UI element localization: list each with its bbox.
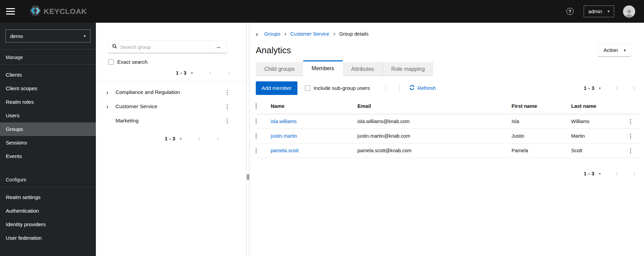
splitter-grip-icon (247, 174, 249, 180)
keycloak-logo[interactable]: KEYCLOAK (29, 4, 87, 18)
panel-splitter[interactable] (246, 23, 249, 256)
breadcrumb-link-groups[interactable]: Groups (264, 31, 281, 37)
group-tree-list: › Compliance and Regulation ⋮ › Customer… (96, 81, 246, 128)
member-name-link[interactable]: justin.martin (271, 133, 297, 139)
kebab-menu-icon[interactable]: ⋮ (224, 90, 230, 95)
add-member-button[interactable]: Add member (256, 81, 297, 95)
pagination-range: 1 - 3 (584, 85, 595, 91)
column-header-name: Name (271, 98, 357, 114)
members-toolbar: Add member Include sub-group users ⋮ Ref… (256, 80, 640, 96)
tab-attributes[interactable]: Attributes (343, 62, 383, 76)
sidebar-item-client-scopes[interactable]: Client scopes (0, 82, 96, 95)
tab-members[interactable]: Members (303, 60, 343, 77)
chevron-right-icon[interactable]: › (633, 86, 636, 91)
member-first-name: Pamela (512, 143, 571, 158)
chevron-right-icon[interactable]: › (106, 104, 116, 110)
tree-item-compliance-and-regulation: › Compliance and Regulation ⋮ (96, 85, 246, 99)
kebab-menu-icon[interactable]: ⋮ (224, 118, 230, 124)
member-name-link[interactable]: pamela.scott (271, 148, 298, 153)
tab-child-groups[interactable]: Child groups (256, 62, 303, 76)
include-subgroup-checkbox[interactable] (305, 85, 310, 91)
user-menu-label: admin (588, 8, 602, 14)
sidebar-item-events[interactable]: Events (0, 150, 96, 163)
member-last-name: Scott (571, 143, 624, 158)
page-title: Analytics (256, 45, 291, 56)
sidebar-item-groups[interactable]: Groups (0, 122, 96, 136)
member-email: isla.williams@knab.com (357, 114, 512, 129)
breadcrumb-current: Group details (339, 31, 368, 37)
tree-item-label[interactable]: Compliance and Regulation (116, 89, 224, 95)
help-icon[interactable]: ? (566, 8, 574, 15)
caret-down-icon: ▾ (607, 9, 609, 14)
angle-left-icon[interactable]: ‹ (256, 32, 258, 36)
breadcrumb: ‹ Groups › Customer Service › Group deta… (256, 31, 640, 37)
breadcrumb-separator: › (333, 32, 335, 36)
chevron-right-icon[interactable]: › (228, 71, 230, 75)
exact-search-label: Exact search (117, 59, 148, 65)
tree-item-label[interactable]: Customer Service (116, 103, 224, 110)
chevron-left-icon[interactable]: ‹ (616, 171, 618, 176)
sidebar-item-user-federation[interactable]: User federation (0, 231, 96, 245)
chevron-left-icon[interactable]: ‹ (198, 136, 200, 141)
kebab-menu-icon[interactable]: ⋮ (628, 147, 633, 154)
group-details-main: ‹ Groups › Customer Service › Group deta… (249, 23, 644, 256)
realm-selector[interactable]: demo ▾ (5, 29, 90, 42)
user-avatar[interactable] (623, 5, 635, 18)
divider (399, 83, 400, 93)
refresh-button[interactable]: Refresh (409, 85, 436, 92)
member-name-link[interactable]: isla.williams (271, 119, 297, 124)
breadcrumb-link-customer-service[interactable]: Customer Service (290, 31, 329, 37)
sidebar-item-identity-providers[interactable]: Identity providers (0, 218, 96, 231)
sidebar-item-authentication[interactable]: Authentication (0, 204, 96, 218)
tree-item-customer-service: › Customer Service ⋮ (96, 99, 246, 114)
action-dropdown-label: Action (603, 47, 618, 53)
chevron-right-icon[interactable]: › (217, 136, 219, 141)
kebab-menu-icon[interactable]: ⋮ (628, 133, 633, 139)
kebab-menu-icon[interactable]: ⋮ (628, 118, 633, 125)
search-submit-button[interactable]: → (210, 40, 227, 53)
refresh-icon (409, 85, 415, 92)
tree-item-label[interactable]: Marketing (116, 118, 224, 124)
nav-section-configure: Configure (0, 172, 96, 187)
tab-role-mapping[interactable]: Role mapping (382, 62, 433, 76)
sidebar-item-sessions[interactable]: Sessions (0, 136, 96, 150)
column-header-first-name: First name (512, 98, 571, 114)
select-all-checkbox[interactable] (256, 103, 256, 109)
members-pagination-top: 1 - 3 ▾ ‹ › (584, 85, 636, 91)
group-search-box (108, 40, 210, 53)
caret-down-icon[interactable]: ▾ (599, 172, 601, 176)
members-pagination-bottom: 1 - 3 ▾ ‹ › (256, 171, 636, 176)
chevron-left-icon[interactable]: ‹ (616, 86, 618, 91)
include-subgroup-label: Include sub-group users (314, 85, 370, 91)
nav-section-manage: Manage (0, 50, 96, 64)
chevron-right-icon[interactable]: › (633, 171, 636, 176)
caret-down-icon[interactable]: ▾ (191, 71, 193, 75)
action-dropdown-button[interactable]: Action ▾ (598, 44, 631, 57)
table-row: justin.martin justin.martin@knab.com Jus… (256, 129, 640, 143)
menu-icon[interactable] (6, 8, 15, 15)
group-tree-panel: → Exact search 1 - 3 ▾ ‹ › › Compliance … (96, 23, 246, 256)
row-checkbox[interactable] (256, 118, 256, 124)
table-header-row: Name Email First name Last name (256, 98, 640, 114)
caret-down-icon[interactable]: ▾ (599, 86, 601, 91)
sidebar-item-users[interactable]: Users (0, 109, 96, 122)
user-menu-dropdown[interactable]: admin ▾ (584, 5, 614, 17)
tree-pagination-top: 1 - 3 ▾ ‹ › (96, 70, 246, 76)
kebab-menu-icon[interactable]: ⋮ (383, 85, 389, 92)
breadcrumb-separator: › (285, 32, 286, 36)
row-checkbox[interactable] (256, 147, 256, 154)
caret-down-icon[interactable]: ▾ (180, 137, 182, 141)
row-checkbox[interactable] (256, 133, 256, 139)
sidebar-item-realm-roles[interactable]: Realm roles (0, 95, 96, 109)
kebab-menu-icon[interactable]: ⋮ (224, 104, 230, 110)
exact-search-checkbox[interactable] (108, 59, 114, 65)
chevron-right-icon[interactable]: › (106, 90, 116, 95)
chevron-left-icon[interactable]: ‹ (209, 71, 211, 75)
table-row: isla.williams isla.williams@knab.com Isl… (256, 114, 640, 129)
caret-down-icon: ▾ (84, 34, 86, 38)
tree-item-marketing: Marketing ⋮ (96, 114, 246, 128)
sidebar-item-realm-settings[interactable]: Realm settings (0, 191, 96, 204)
search-icon (112, 44, 117, 50)
group-search-input[interactable] (120, 44, 206, 50)
sidebar-item-clients[interactable]: Clients (0, 68, 96, 82)
